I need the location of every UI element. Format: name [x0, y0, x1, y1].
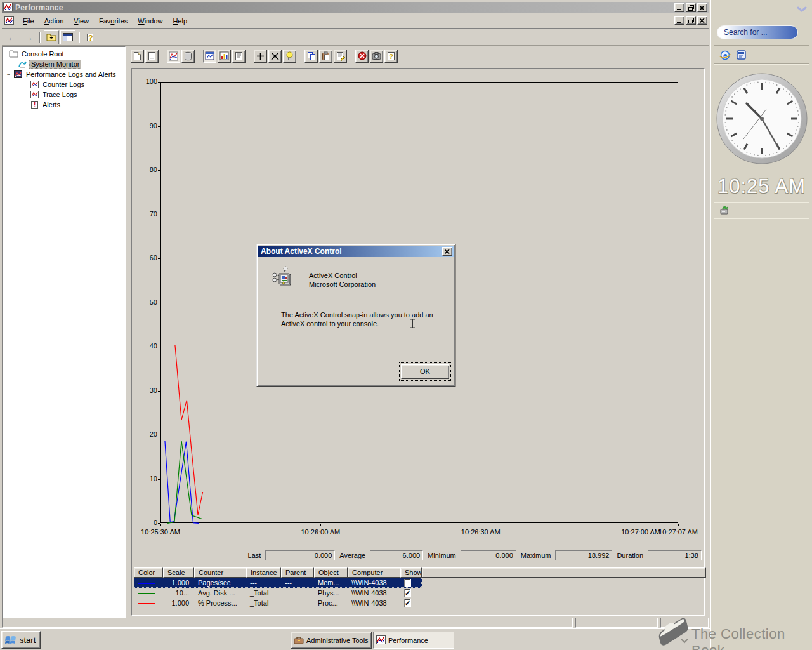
counter-cell: Pages/sec: [194, 579, 246, 587]
properties-icon[interactable]: [334, 50, 347, 63]
highlight-icon[interactable]: [283, 50, 296, 63]
mail-app-icon[interactable]: [736, 50, 747, 62]
counter-row-avg-disk-[interactable]: 10...Avg. Disk ..._Total---Phys...\\WIN-…: [134, 588, 706, 598]
column-header-instance[interactable]: Instance: [246, 567, 281, 578]
safely-remove-device-icon[interactable]: [719, 204, 730, 217]
menu-view[interactable]: View: [69, 15, 94, 27]
column-header-object[interactable]: Object: [314, 567, 348, 578]
column-header-computer[interactable]: Computer: [348, 567, 400, 578]
performance-app-icon: [3, 3, 13, 13]
tree-item-system-monitor[interactable]: System Monitor: [3, 59, 125, 69]
view-graph-icon[interactable]: [203, 50, 216, 63]
taskbar-button-performance[interactable]: Performance: [373, 632, 454, 649]
collapse-chevron-icon[interactable]: [797, 6, 807, 15]
minimize-button[interactable]: [674, 3, 684, 12]
tree-item-performance-logs-and-alerts[interactable]: −Performance Logs and Alerts: [3, 69, 125, 79]
menu-action[interactable]: Action: [39, 15, 69, 27]
show-hide-console-tree-icon[interactable]: [60, 30, 75, 44]
back-icon[interactable]: ←: [4, 30, 20, 44]
show-checkbox[interactable]: ✓: [404, 589, 411, 597]
sidebar-divider: [714, 202, 809, 203]
column-header-scale[interactable]: Scale: [163, 567, 194, 578]
tree-item-label: Counter Logs: [41, 81, 86, 88]
dialog-title: About ActiveX Control: [261, 247, 342, 256]
tree-item-alerts[interactable]: !Alerts: [3, 100, 125, 110]
column-header-show[interactable]: Show: [400, 567, 422, 578]
search-input[interactable]: [717, 25, 798, 39]
add-counter-icon[interactable]: [254, 50, 267, 63]
menu-help[interactable]: Help: [167, 15, 192, 27]
restore-button[interactable]: [686, 3, 696, 12]
help-icon[interactable]: ?: [384, 50, 398, 63]
x-tick-label: 10:25:30 AM: [141, 528, 180, 536]
window-titlebar[interactable]: Performance: [2, 2, 709, 13]
stat-label-last: Last: [248, 552, 261, 559]
view-current-activity-icon[interactable]: [167, 50, 180, 63]
help-icon[interactable]: ?: [83, 30, 98, 44]
console-window-icon: [4, 16, 14, 26]
delete-counter-icon[interactable]: [268, 50, 282, 63]
menu-file[interactable]: File: [18, 15, 39, 27]
view-log-file-data-icon[interactable]: [181, 50, 195, 63]
counter-cell: ---: [281, 579, 314, 587]
svg-text:!: !: [34, 101, 36, 109]
view-report-icon[interactable]: [232, 50, 246, 63]
x-tick-label: 10:26:00 AM: [301, 528, 340, 536]
clear-display-icon[interactable]: [145, 50, 159, 63]
tree-item-counter-logs[interactable]: Counter Logs: [3, 79, 125, 90]
stat-value-minimum: 0.000: [461, 550, 516, 560]
column-header-color[interactable]: Color: [134, 567, 163, 578]
tree-expander-icon[interactable]: −: [6, 72, 11, 77]
taskbar-button-label: Administrative Tools: [306, 637, 369, 644]
update-data-icon[interactable]: [370, 50, 383, 63]
menu-window[interactable]: Window: [133, 15, 167, 27]
y-tick-label: 20: [132, 430, 157, 438]
console-root-icon: [9, 50, 18, 58]
tree-item-label: Alerts: [41, 101, 62, 109]
counter-row--process-[interactable]: 1.000% Process..._Total---Proc...\\WIN-4…: [134, 598, 706, 608]
paste-counter-list-icon[interactable]: [319, 50, 332, 63]
menu-favorites[interactable]: Favorites: [94, 15, 133, 27]
start-button[interactable]: start: [1, 631, 41, 649]
counter-color-swatch: [138, 593, 155, 594]
show-checkbox[interactable]: ✓: [404, 599, 411, 607]
stat-label-average: Average: [339, 552, 365, 559]
sidebar-divider: [714, 63, 809, 65]
x-tick: [641, 524, 641, 526]
dialog-titlebar[interactable]: About ActiveX Control: [258, 246, 454, 257]
counter-logs-icon: [30, 80, 39, 89]
tree-item-label: Trace Logs: [41, 91, 79, 98]
child-close-button[interactable]: [697, 16, 707, 25]
forward-icon[interactable]: →: [21, 30, 36, 44]
status-bar: [2, 618, 709, 628]
tree-item-trace-logs[interactable]: Trace Logs: [3, 90, 125, 100]
show-checkbox[interactable]: ✓: [404, 579, 411, 587]
analog-clock: [716, 72, 808, 166]
window-title: Performance: [15, 3, 63, 12]
close-button[interactable]: [697, 3, 707, 12]
copy-properties-icon[interactable]: [304, 50, 318, 63]
dialog-close-icon[interactable]: [442, 247, 452, 256]
view-histogram-icon[interactable]: [218, 50, 231, 63]
taskbar-button-admin-tools[interactable]: Administrative Tools: [291, 632, 372, 649]
column-header-parent[interactable]: Parent: [281, 567, 314, 578]
internet-explorer-icon[interactable]: e: [719, 50, 731, 62]
new-counter-set-icon[interactable]: [131, 50, 144, 63]
column-header-counter[interactable]: Counter: [194, 567, 246, 578]
status-section: [2, 618, 573, 628]
child-minimize-button[interactable]: [674, 16, 684, 25]
up-one-level-icon[interactable]: [44, 30, 59, 44]
x-tick: [481, 524, 481, 526]
ok-button[interactable]: OK: [401, 364, 449, 379]
y-tick-label: 60: [132, 254, 157, 262]
counter-cell: \\WIN-4038: [348, 599, 400, 607]
trace-logs-icon: [30, 90, 39, 99]
system-monitor-icon: [18, 60, 27, 69]
child-restore-button[interactable]: [686, 16, 696, 25]
freeze-display-icon[interactable]: [355, 50, 369, 63]
column-header-filler: [422, 567, 706, 578]
counter-row-pages-sec[interactable]: 1.000Pages/sec------Mem...\\WIN-4038✓: [134, 578, 706, 588]
x-tick: [678, 524, 679, 526]
counter-cell: _Total: [246, 589, 281, 597]
tree-item-console-root[interactable]: Console Root: [3, 49, 125, 59]
